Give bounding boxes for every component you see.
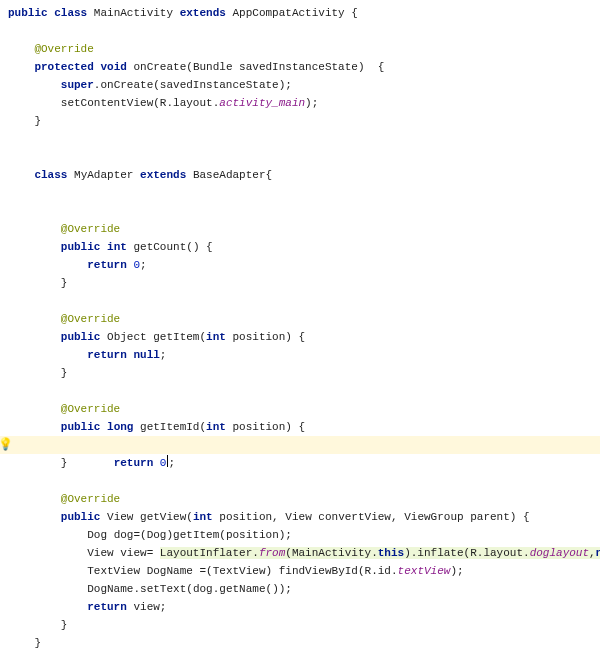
field-ref: activity_main — [219, 97, 305, 109]
code-line[interactable]: return null; — [0, 346, 600, 364]
brace: { — [351, 7, 358, 19]
keyword: extends — [180, 7, 226, 19]
code-line[interactable] — [0, 202, 600, 220]
code-line[interactable]: @Override — [0, 40, 600, 58]
code-line[interactable]: } — [0, 274, 600, 292]
annotation: @Override — [34, 43, 93, 55]
keyword: protected — [34, 61, 93, 73]
class-name: AppCompatActivity — [233, 7, 345, 19]
annotation: @Override — [61, 493, 120, 505]
code-line[interactable]: @Override — [0, 400, 600, 418]
inspection-highlight: LayoutInflater.from(MainActivity.this).i… — [160, 547, 600, 559]
annotation: @Override — [61, 223, 120, 235]
code-line-current[interactable]: 💡 return 0; — [0, 436, 600, 454]
keyword: class — [54, 7, 87, 19]
code-line[interactable]: DogName.setText(dog.getName()); — [0, 580, 600, 598]
code-line[interactable]: class MyAdapter extends BaseAdapter{ — [0, 166, 600, 184]
code-line[interactable] — [0, 382, 600, 400]
code-line[interactable]: return 0; — [0, 256, 600, 274]
keyword: void — [100, 61, 126, 73]
intention-bulb-icon[interactable]: 💡 — [0, 436, 12, 454]
keyword: extends — [140, 169, 186, 181]
code-line[interactable] — [0, 148, 600, 166]
code-line[interactable]: public View getView(int position, View c… — [0, 508, 600, 526]
code-line[interactable] — [0, 130, 600, 148]
code-line[interactable]: public class MainActivity extends AppCom… — [0, 4, 600, 22]
keyword: super — [61, 79, 94, 91]
code-line[interactable]: } — [0, 616, 600, 634]
code-line[interactable]: View view= LayoutInflater.from(MainActiv… — [0, 544, 600, 562]
code-line[interactable] — [0, 22, 600, 40]
keyword: public — [8, 7, 48, 19]
annotation: @Override — [61, 313, 120, 325]
class-name: MainActivity — [94, 7, 173, 19]
code-line[interactable]: public long getItemId(int position) { — [0, 418, 600, 436]
code-line[interactable]: } — [0, 364, 600, 382]
code-line[interactable]: setContentView(R.layout.activity_main); — [0, 94, 600, 112]
annotation: @Override — [61, 403, 120, 415]
code-line[interactable]: return view; — [0, 598, 600, 616]
code-line[interactable] — [0, 652, 600, 657]
code-line[interactable]: @Override — [0, 220, 600, 238]
code-line[interactable] — [0, 292, 600, 310]
code-line[interactable] — [0, 472, 600, 490]
code-line[interactable]: public int getCount() { — [0, 238, 600, 256]
code-editor[interactable]: public class MainActivity extends AppCom… — [0, 0, 600, 657]
code-line[interactable]: @Override — [0, 490, 600, 508]
code-line[interactable]: public Object getItem(int position) { — [0, 328, 600, 346]
code-line[interactable]: } — [0, 112, 600, 130]
code-line[interactable]: } — [0, 634, 600, 652]
keyword: class — [34, 169, 67, 181]
method-name: onCreate — [133, 61, 186, 73]
code-line[interactable]: TextView DogName =(TextView) findViewByI… — [0, 562, 600, 580]
class-name: MyAdapter — [74, 169, 133, 181]
code-line[interactable]: Dog dog=(Dog)getItem(position); — [0, 526, 600, 544]
code-line[interactable]: @Override — [0, 310, 600, 328]
code-line[interactable] — [0, 184, 600, 202]
code-line[interactable]: protected void onCreate(Bundle savedInst… — [0, 58, 600, 76]
code-line[interactable]: super.onCreate(savedInstanceState); — [0, 76, 600, 94]
